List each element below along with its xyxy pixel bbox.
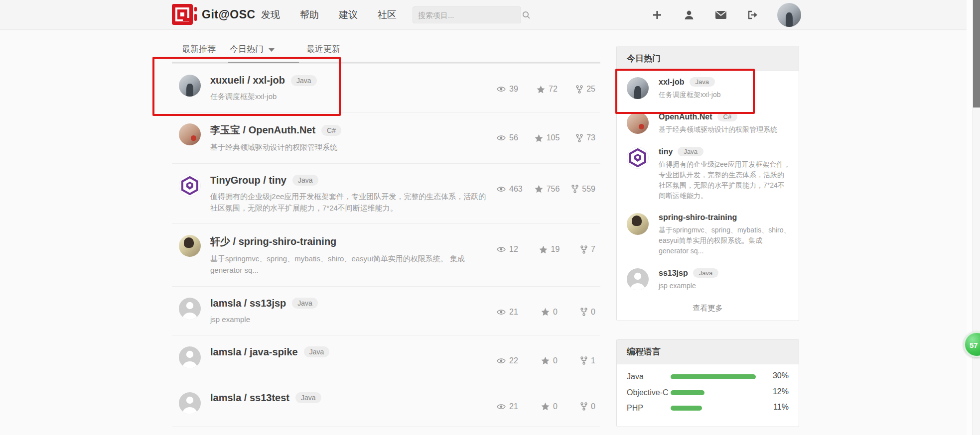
- logo-colon-icon: [194, 4, 197, 25]
- language-bar: [671, 390, 704, 395]
- brand-name: Git@OSC: [202, 8, 256, 21]
- star-count[interactable]: 0: [541, 402, 558, 411]
- watch-count[interactable]: 12: [497, 245, 518, 254]
- search-icon[interactable]: [522, 11, 531, 19]
- project-description: 基于经典领域驱动设计的权限管理系统: [210, 141, 490, 153]
- star-count[interactable]: 105: [535, 133, 560, 142]
- project-row[interactable]: lamsla / ss13jsp Java jsp example 21 0 0: [172, 286, 600, 335]
- project-avatar[interactable]: [179, 175, 201, 197]
- hot-item[interactable]: ss13jsp Java jsp example: [617, 262, 799, 297]
- language-row[interactable]: PHP 11%: [627, 403, 789, 414]
- watch-count[interactable]: 21: [497, 402, 518, 411]
- project-avatar[interactable]: [179, 298, 201, 320]
- scrollbar-track[interactable]: [973, 0, 980, 435]
- star-count[interactable]: 19: [539, 245, 560, 254]
- hot-item-title[interactable]: spring-shiro-training: [659, 213, 737, 222]
- logout-icon[interactable]: [746, 8, 760, 22]
- project-row[interactable]: lamsla / java-spike Java 22 0 1: [172, 335, 600, 381]
- nav-item-suggest[interactable]: 建议: [339, 8, 358, 21]
- fork-icon: [580, 245, 587, 254]
- star-count[interactable]: 72: [537, 85, 558, 94]
- star-count[interactable]: 756: [535, 185, 560, 194]
- hot-item-description: 值得拥有的企业级j2ee应用开发框架套件，专业团队开发，完整的生态体系，活跃的社…: [659, 159, 791, 201]
- hot-item-avatar[interactable]: [627, 147, 649, 169]
- hot-item-title[interactable]: tiny: [659, 147, 673, 156]
- project-title[interactable]: TinyGroup / tiny: [210, 175, 286, 186]
- project-row[interactable]: 李玉宝 / OpenAuth.Net C# 基于经典领域驱动设计的权限管理系统 …: [172, 112, 600, 163]
- project-feed: 最新推荐 今日热门 最近更新 xuxueli / xxl-job Java 任务…: [172, 39, 600, 435]
- star-count[interactable]: 0: [541, 308, 558, 317]
- project-row[interactable]: TinyGroup / tiny Java 值得拥有的企业级j2ee应用开发框架…: [172, 163, 600, 224]
- language-badge: Java: [292, 298, 318, 309]
- user-icon[interactable]: [682, 8, 696, 22]
- project-avatar[interactable]: [179, 123, 201, 145]
- project-title[interactable]: lamsla / java-spike: [210, 346, 298, 358]
- fork-count[interactable]: 0: [580, 308, 595, 317]
- default-avatar-icon: [627, 268, 649, 290]
- fork-count[interactable]: 7: [580, 245, 595, 254]
- language-badge: C#: [321, 125, 341, 136]
- fork-count[interactable]: 73: [576, 133, 595, 142]
- hot-item-description: 任务调度框架xxl-job: [659, 90, 791, 100]
- plus-icon[interactable]: [650, 8, 664, 22]
- project-row[interactable]: lamsla / ss13test Java 21 0 0: [172, 381, 600, 427]
- fork-count[interactable]: 559: [571, 185, 595, 194]
- language-badge: Java: [304, 346, 330, 357]
- floating-counter-badge[interactable]: 57: [964, 331, 980, 357]
- tiny-logo-icon: [180, 176, 199, 195]
- nav-item-community[interactable]: 社区: [378, 8, 397, 21]
- project-title[interactable]: xuxueli / xxl-job: [210, 75, 285, 86]
- brand[interactable]: Git@OSC: [172, 4, 256, 25]
- project-row[interactable]: 轩少 / spring-shiro-training 基于springmvc、s…: [172, 223, 600, 286]
- project-avatar[interactable]: [179, 346, 201, 368]
- project-title[interactable]: 李玉宝 / OpenAuth.Net: [210, 123, 315, 137]
- fork-count[interactable]: 1: [580, 356, 595, 365]
- fork-icon: [571, 185, 578, 193]
- scrollbar-thumb[interactable]: [973, 0, 980, 108]
- watch-count[interactable]: 463: [497, 185, 523, 194]
- hot-item-avatar[interactable]: [627, 268, 649, 290]
- project-row[interactable]: xuxueli / xxl-job Java 任务调度框架xxl-job 39 …: [172, 63, 600, 112]
- language-row[interactable]: Objective-C 12%: [627, 387, 789, 398]
- user-avatar[interactable]: [777, 3, 801, 27]
- watch-count[interactable]: 21: [497, 308, 518, 317]
- hot-item-avatar[interactable]: [627, 112, 649, 134]
- hot-item-title[interactable]: OpenAuth.Net: [659, 112, 712, 121]
- hot-item[interactable]: OpenAuth.Net C# 基于经典领域驱动设计的权限管理系统: [617, 106, 799, 141]
- search-input[interactable]: [413, 11, 522, 19]
- fork-count[interactable]: 0: [580, 402, 595, 411]
- project-row[interactable]: lamsla / ss13jdbc: [172, 427, 600, 435]
- project-title[interactable]: lamsla / ss13jsp: [210, 298, 286, 309]
- watch-count[interactable]: 39: [497, 85, 518, 94]
- view-more-link[interactable]: 查看更多: [617, 297, 799, 321]
- star-icon: [541, 308, 550, 316]
- nav-item-help[interactable]: 帮助: [300, 8, 319, 21]
- language-row[interactable]: Java 30%: [627, 371, 789, 382]
- project-avatar[interactable]: [179, 75, 201, 97]
- language-badge: Java: [693, 268, 718, 278]
- hot-item[interactable]: tiny Java 值得拥有的企业级j2ee应用开发框架套件，专业团队开发，完整…: [617, 141, 799, 207]
- star-count[interactable]: 0: [541, 356, 558, 365]
- hot-item[interactable]: spring-shiro-training 基于springmvc、spring…: [617, 207, 799, 262]
- hot-item[interactable]: xxl-job Java 任务调度框架xxl-job: [617, 71, 799, 106]
- tab-recent-update[interactable]: 最近更新: [306, 43, 340, 55]
- project-title[interactable]: lamsla / ss13test: [210, 392, 289, 404]
- hot-item-avatar[interactable]: [627, 77, 649, 99]
- project-avatar[interactable]: [179, 392, 201, 414]
- tab-today-hot[interactable]: 今日热门: [230, 43, 275, 55]
- watch-count[interactable]: 22: [497, 356, 518, 365]
- eye-icon: [497, 186, 506, 193]
- hot-item-title[interactable]: xxl-job: [659, 78, 685, 87]
- watch-count[interactable]: 56: [497, 133, 518, 142]
- project-description: 基于springmvc、spring、mybatis、shiro、easyui简…: [210, 253, 490, 276]
- hot-item-title[interactable]: ss13jsp: [659, 269, 688, 278]
- project-title[interactable]: 轩少 / spring-shiro-training: [210, 235, 336, 248]
- fork-icon: [576, 85, 583, 94]
- tab-latest-recommend[interactable]: 最新推荐: [182, 43, 216, 55]
- project-avatar[interactable]: [179, 235, 201, 257]
- mail-icon[interactable]: [714, 8, 728, 22]
- fork-count[interactable]: 25: [576, 85, 595, 94]
- hot-item-avatar[interactable]: [627, 213, 649, 235]
- caret-down-icon: [269, 48, 275, 52]
- nav-item-discover[interactable]: 发现: [261, 8, 280, 21]
